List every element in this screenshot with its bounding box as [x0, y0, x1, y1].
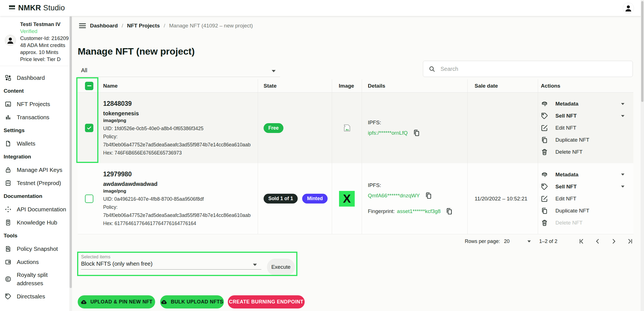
nft-image-cell [332, 93, 362, 163]
ipfs-label: IPFS: [368, 182, 467, 189]
chevron-down-icon [621, 186, 624, 188]
next-page-button[interactable] [610, 238, 617, 245]
action-label: Sell NFT [555, 113, 577, 119]
sidebar-scrollbar[interactable] [69, 16, 72, 311]
header-image: Image [332, 79, 362, 92]
page-scrollbar[interactable] [641, 0, 644, 311]
breadcrumb-dashboard[interactable]: Dashboard [90, 23, 118, 29]
header-actions: Actions [538, 79, 633, 92]
action-delete-nft[interactable]: Delete NFT [541, 146, 633, 158]
file-icon [5, 140, 11, 147]
copy-icon[interactable] [446, 207, 453, 216]
breadcrumb: Dashboard / NFT Projects / Manage NFT (4… [79, 23, 253, 29]
duplicate-icon [541, 207, 548, 214]
sidebar-item-label: Policy Snapshot [17, 245, 58, 252]
action-sell-nft[interactable]: Sell NFT [541, 181, 633, 193]
fingerprint-link[interactable]: asset1******kcf3g8 [397, 208, 441, 214]
chevron-down-icon [621, 174, 624, 176]
sidebar-item-api-documentation[interactable]: API Documentation [0, 203, 72, 216]
nmkr-logo[interactable]: NMKR Studio [8, 4, 65, 12]
user-price-level: Price level: Tier D [20, 56, 69, 63]
sidebar-item-knowledge-hub[interactable]: Knowledge Hub [0, 216, 72, 229]
nft-thumbnail[interactable]: X [339, 191, 355, 207]
execute-button[interactable]: Execute [267, 259, 295, 275]
brand-text: NMKR Studio [18, 4, 65, 12]
ipfs-link[interactable]: ipfs:/******ornLfQ [368, 130, 408, 136]
header-state: State [258, 79, 332, 92]
user-info: Testi Testman IV Verified Customer-Id: 2… [20, 21, 69, 63]
copy-icon[interactable] [413, 129, 420, 137]
fingerprint-icon [541, 100, 548, 107]
check-icon [86, 125, 92, 131]
user-customer-id: Customer-Id: 216209 [20, 35, 69, 42]
cloud-upload-icon [161, 299, 167, 305]
first-page-button[interactable] [578, 238, 585, 245]
ipfs-label: IPFS: [368, 119, 467, 126]
user-avatar[interactable] [5, 35, 16, 46]
action-edit-nft[interactable]: Edit NFT [541, 122, 633, 134]
action-metadata[interactable]: Metadata [541, 169, 633, 181]
create-burning-endpoint-button[interactable]: CREATE BURNING ENDPOINT [228, 295, 305, 308]
table-row: 12848039 tokengenesis image/png UID: 1fd… [78, 93, 633, 163]
rows-per-page-label: Rows per page: [465, 238, 500, 244]
sidebar-item-transactions[interactable]: Transactions [0, 111, 72, 124]
sidebar-item-royalty-split[interactable]: Royalty split addresses [0, 268, 72, 290]
user-mints: approx. 10 Mints [20, 49, 69, 56]
sidebar-item-label: NFT Projects [17, 101, 50, 107]
sidebar-item-wallets[interactable]: Wallets [0, 137, 72, 150]
action-duplicate-nft[interactable]: Duplicate NFT [541, 205, 633, 217]
sidebar-scrollbar-thumb[interactable] [70, 17, 72, 288]
ipfs-link[interactable]: QmfA66******dnzqWY [368, 193, 420, 199]
sidebar-item-auctions[interactable]: Auctions [0, 255, 72, 268]
sidebar-item-nft-projects[interactable]: NFT Projects [0, 97, 72, 111]
action-label: Delete NFT [555, 149, 583, 155]
action-delete-nft-disabled[interactable]: Delete NFT [541, 217, 633, 229]
sidebar-section-integration: Integration [0, 150, 72, 163]
sidebar-item-label: Transactions [17, 114, 49, 121]
tag-icon [5, 293, 11, 300]
nft-policy: Policy: 7b4f0eb06a47752e7ad5dea5aeafc3ad… [103, 203, 258, 219]
action-edit-nft[interactable]: Edit NFT [541, 193, 633, 205]
last-page-button[interactable] [627, 238, 633, 245]
selected-items-value[interactable]: Block NFTS (only when free) [81, 261, 153, 267]
search-input[interactable] [440, 66, 619, 73]
upload-pin-new-nft-button[interactable]: UPLOAD & PIN NEW NFT [78, 295, 155, 308]
row-checkbox-cell [78, 163, 101, 234]
select-all-checkbox[interactable] [85, 82, 93, 90]
row-checkbox-checked[interactable] [85, 124, 93, 132]
header-checkbox-cell [78, 79, 101, 92]
page-scrollbar-thumb[interactable] [641, 1, 643, 102]
fingerprint-label: Fingerprint: [368, 208, 395, 214]
sidebar-section-documentation: Documentation [0, 190, 72, 203]
sidebar-item-directsales[interactable]: Directsales [0, 290, 72, 303]
rows-per-page-value[interactable]: 20 [504, 238, 510, 244]
table-row: 12979980 awdawdawdwadwad image/png UID: … [78, 163, 633, 234]
action-sell-nft[interactable]: Sell NFT [541, 110, 633, 122]
chevron-down-icon[interactable] [527, 240, 531, 242]
status-badge-sold: Sold 1 of 1 [264, 194, 298, 204]
chevron-down-icon[interactable] [253, 264, 257, 266]
selected-items-label: Selected items [81, 254, 110, 259]
row-checkbox-unchecked[interactable] [85, 195, 93, 203]
copy-icon[interactable] [425, 191, 432, 200]
state-filter-select[interactable]: All [78, 66, 280, 77]
hamburger-menu-icon[interactable] [79, 23, 86, 29]
sidebar-item-policy-snapshot[interactable]: Policy Snapshot [0, 242, 72, 255]
search-box[interactable] [423, 61, 633, 77]
sidebar-item-testnet[interactable]: Testnet (Preprod) [0, 176, 72, 190]
action-metadata[interactable]: Metadata [541, 98, 633, 110]
bulk-action-panel: Selected items Block NFTS (only when fre… [77, 252, 297, 276]
fingerprint-icon [541, 171, 548, 178]
action-duplicate-nft[interactable]: Duplicate NFT [541, 134, 633, 146]
breadcrumb-nft-projects[interactable]: NFT Projects [127, 23, 160, 29]
sidebar-item-manage-api-keys[interactable]: Manage API Keys [0, 163, 72, 176]
account-avatar[interactable] [623, 3, 634, 14]
bulk-upload-nfts-button[interactable]: BULK UPLOAD NFTS [160, 295, 224, 308]
previous-page-button[interactable] [594, 238, 601, 245]
indeterminate-icon [87, 85, 91, 86]
nft-mime: image/png [103, 188, 258, 194]
nft-table: Name State Image Details Sale date Actio… [78, 79, 633, 234]
sidebar-item-dashboard[interactable]: Dashboard [0, 71, 72, 84]
user-card: Testi Testman IV Verified Customer-Id: 2… [0, 16, 72, 66]
nft-id: 12848039 [103, 99, 258, 108]
